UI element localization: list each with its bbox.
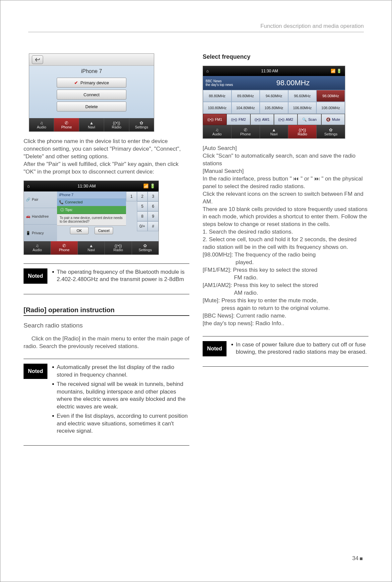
- nav2-audio[interactable]: ♫Audio: [24, 241, 51, 255]
- nav-settings[interactable]: ✿Settings: [129, 118, 154, 131]
- band-fm2[interactable]: ((•))FM2: [227, 114, 250, 125]
- frequency-grid: 88.80MHz 89.80MHz 94.60MHz 96.60MHz 98.0…: [203, 90, 345, 114]
- radio-icon: ((•)): [113, 121, 120, 125]
- cancel-button[interactable]: Cancel: [95, 227, 113, 234]
- freq-cell-3[interactable]: 96.60MHz: [288, 90, 317, 102]
- nav2-radio[interactable]: ((•))Radio: [105, 241, 132, 255]
- nav2-phone[interactable]: ✆Phone: [51, 241, 78, 255]
- back-arrow-icon: [35, 57, 40, 62]
- nav3-phone[interactable]: ✆Phone: [231, 125, 260, 138]
- freq-cell-4[interactable]: 98.00MHz: [316, 90, 345, 102]
- back-button[interactable]: [32, 55, 43, 64]
- nav3-settings[interactable]: ✿Settings: [317, 125, 345, 138]
- rule: [24, 359, 189, 359]
- freq-cell-0[interactable]: 88.80MHz: [203, 90, 231, 102]
- prompt-text: To pair a new device, current device nee…: [57, 214, 126, 226]
- rule: [203, 336, 368, 336]
- handsfree-tab[interactable]: 🚗Handsfree: [24, 208, 57, 225]
- navi-icon: ▲: [272, 128, 276, 132]
- nav3-radio[interactable]: ((•))Radio: [288, 125, 317, 138]
- check-icon: ✔: [74, 80, 78, 85]
- privacy-tab[interactable]: 📱Privacy: [24, 225, 57, 241]
- phone-icon: ✆: [62, 244, 66, 248]
- link-icon: 🔗: [26, 197, 31, 202]
- search-subtitle: Search radio stations: [24, 322, 189, 329]
- status-icons: 📶 🔋: [143, 183, 155, 188]
- noted-radio-search: Noted Automatically preset the list disp…: [24, 364, 189, 437]
- key-5[interactable]: 5: [137, 201, 148, 211]
- tips-bar: ⓘ Tips:: [57, 206, 126, 214]
- station-name: BBC News: [206, 79, 241, 83]
- delete-button[interactable]: Delete: [57, 102, 126, 111]
- nav2-navi[interactable]: ▲Navi: [78, 241, 105, 255]
- noted-bluetooth: Noted The operating frequency of the Blu…: [24, 268, 189, 285]
- music-icon: ♫: [35, 244, 39, 248]
- right-column: Select frequency ⌂ 11:30 AM 📶 🔋 BBC News…: [203, 53, 368, 450]
- gear-icon: ✿: [140, 121, 143, 125]
- noted-power-failure: Noted In case of power failure due to ba…: [203, 341, 368, 358]
- noted2-b: The received signal will be weak in tunn…: [52, 381, 189, 410]
- radio-screenshot: ⌂ 11:30 AM 📶 🔋 BBC News the day's top ne…: [203, 66, 345, 139]
- disconnect-prompt-screenshot: ⌂ 11:30 AM 📶 🔋 🔗Pair 🚗Handsfree 📱Privacy…: [24, 181, 159, 255]
- nav3-audio[interactable]: ♫Audio: [203, 125, 231, 138]
- connect-label: Connect: [84, 92, 99, 97]
- nav-strip: ♫Audio ✆Phone ▲Navi ((•))Radio ✿Settings: [29, 118, 154, 131]
- primary-device-button[interactable]: ✔ Primary device: [57, 78, 126, 88]
- band-am1[interactable]: ((•))AM1: [250, 114, 274, 125]
- phone-icon: ✆: [65, 121, 68, 125]
- noted2-a: Automatically preset the list display of…: [52, 364, 189, 379]
- music-icon: ♫: [216, 128, 219, 132]
- freq-cell-6[interactable]: 104.80MHz: [231, 102, 260, 114]
- navi-icon: ▲: [90, 121, 94, 125]
- noted-badge: Noted: [24, 268, 47, 284]
- delete-label: Delete: [85, 104, 98, 109]
- page-mark-icon: [360, 557, 362, 560]
- key-8[interactable]: 8: [137, 211, 148, 221]
- connect-button[interactable]: Connect: [57, 90, 126, 100]
- select-frequency-heading: Select frequency: [203, 53, 368, 60]
- freq-cell-8[interactable]: 106.80MHz: [288, 102, 317, 114]
- key-3[interactable]: 3: [148, 191, 159, 201]
- radio-icon: ((•)): [114, 244, 122, 248]
- phone-icon: 📞: [59, 200, 64, 204]
- clock-label: 11:30 AM: [78, 183, 96, 188]
- nav-navi[interactable]: ▲Navi: [79, 118, 104, 131]
- freq-cell-5[interactable]: 100.80MHz: [203, 102, 231, 114]
- freq-cell-7[interactable]: 105.80MHz: [260, 102, 288, 114]
- left-paragraph-2: Click on the [Radio] in the main menu to…: [24, 335, 189, 350]
- device-row: iPhone 7: [57, 191, 126, 199]
- key-2[interactable]: 2: [137, 191, 148, 201]
- nav-radio[interactable]: ((•))Radio: [104, 118, 129, 131]
- key-9[interactable]: 9: [148, 211, 159, 221]
- ok-button[interactable]: OK: [70, 227, 89, 234]
- key-0plus[interactable]: 0/+: [137, 221, 148, 231]
- pair-tab[interactable]: 🔗Pair: [24, 191, 57, 208]
- section-rule: [24, 315, 189, 316]
- nav2-settings[interactable]: ✿Settings: [132, 241, 159, 255]
- mute-button[interactable]: 🔇Mute: [321, 114, 345, 125]
- key-6[interactable]: 6: [148, 201, 159, 211]
- freq-cell-1[interactable]: 89.80MHz: [231, 90, 260, 102]
- scan-button[interactable]: 🔍Scan: [297, 114, 321, 125]
- page-header: Function description and media operation: [260, 23, 364, 30]
- rule: [24, 263, 189, 264]
- gear-icon: ✿: [329, 128, 333, 132]
- noted-badge: Noted: [24, 364, 47, 379]
- status-icons: 📶 🔋: [331, 69, 342, 73]
- band-am2[interactable]: ((•))AM2: [274, 114, 297, 125]
- nav-phone[interactable]: ✆Phone: [54, 118, 79, 131]
- navi-icon: ▲: [89, 244, 94, 248]
- home-icon[interactable]: ⌂: [27, 183, 30, 188]
- nav3-navi[interactable]: ▲Navi: [260, 125, 289, 138]
- freq-cell-9[interactable]: 108.00MHz: [316, 102, 345, 114]
- freq-cell-2[interactable]: 94.60MHz: [260, 90, 288, 102]
- home-icon[interactable]: ⌂: [206, 69, 209, 73]
- current-frequency: 98.00MHz: [241, 76, 345, 90]
- phone-icon: 📱: [26, 231, 31, 235]
- band-fm1[interactable]: ((•))FM1: [203, 114, 227, 125]
- noted-bluetooth-text: The operating frequency of the Bluetooth…: [52, 268, 189, 283]
- key-1[interactable]: 1: [126, 191, 137, 201]
- station-info: the day's top news: [206, 83, 241, 87]
- nav-audio[interactable]: ♫Audio: [29, 118, 54, 131]
- key-hash[interactable]: #: [148, 221, 159, 231]
